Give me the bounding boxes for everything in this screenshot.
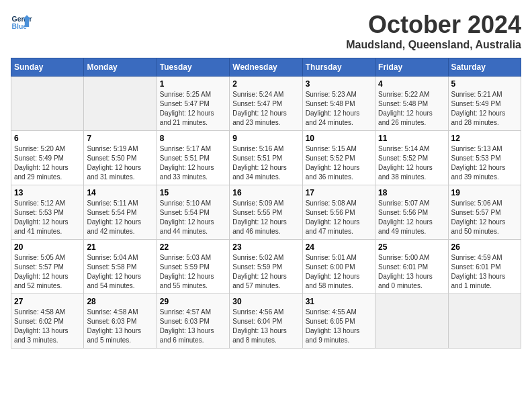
day-info: Sunrise: 5:16 AMSunset: 5:51 PMDaylight:… [232,144,299,182]
day-number: 27 [14,297,81,306]
calendar-cell: 1Sunrise: 5:25 AMSunset: 5:47 PMDaylight… [157,77,229,131]
calendar-cell: 4Sunrise: 5:22 AMSunset: 5:48 PMDaylight… [375,77,448,131]
calendar-cell [448,294,521,349]
week-row-5: 27Sunrise: 4:58 AMSunset: 6:02 PMDayligh… [11,294,521,349]
day-info: Sunrise: 5:06 AMSunset: 5:57 PMDaylight:… [451,199,518,236]
calendar-cell: 23Sunrise: 5:02 AMSunset: 5:59 PMDayligh… [230,240,302,294]
day-number: 26 [451,242,518,252]
calendar-cell: 31Sunrise: 4:55 AMSunset: 6:05 PMDayligh… [302,294,375,349]
day-number: 17 [306,188,372,197]
calendar-cell: 24Sunrise: 5:01 AMSunset: 6:00 PMDayligh… [302,240,375,294]
day-number: 24 [306,242,372,252]
day-info: Sunrise: 5:23 AMSunset: 5:48 PMDaylight:… [306,90,372,128]
day-header-tuesday: Tuesday [157,58,229,77]
day-info: Sunrise: 5:04 AMSunset: 5:58 PMDaylight:… [87,253,153,291]
day-number: 3 [306,79,372,89]
day-info: Sunrise: 5:02 AMSunset: 5:59 PMDaylight:… [232,253,299,291]
day-info: Sunrise: 5:10 AMSunset: 5:54 PMDaylight:… [160,199,226,236]
day-number: 2 [232,79,299,89]
calendar-cell: 29Sunrise: 4:57 AMSunset: 6:03 PMDayligh… [157,294,229,349]
day-number: 30 [232,297,299,306]
day-header-wednesday: Wednesday [230,58,302,77]
location-title: Maudsland, Queensland, Australia [346,39,521,51]
calendar-cell: 19Sunrise: 5:06 AMSunset: 5:57 PMDayligh… [448,185,521,240]
week-row-1: 1Sunrise: 5:25 AMSunset: 5:47 PMDaylight… [11,77,521,131]
day-info: Sunrise: 4:56 AMSunset: 6:04 PMDaylight:… [232,308,299,345]
day-number: 4 [378,79,445,89]
day-info: Sunrise: 5:17 AMSunset: 5:51 PMDaylight:… [160,144,226,182]
calendar-cell: 25Sunrise: 5:00 AMSunset: 6:01 PMDayligh… [375,240,448,294]
week-row-2: 6Sunrise: 5:20 AMSunset: 5:49 PMDaylight… [11,131,521,185]
calendar-cell: 26Sunrise: 4:59 AMSunset: 6:01 PMDayligh… [448,240,521,294]
day-number: 13 [14,188,81,197]
calendar-cell: 11Sunrise: 5:14 AMSunset: 5:52 PMDayligh… [375,131,448,185]
day-header-monday: Monday [84,58,157,77]
calendar-cell: 10Sunrise: 5:15 AMSunset: 5:52 PMDayligh… [302,131,375,185]
calendar-cell: 8Sunrise: 5:17 AMSunset: 5:51 PMDaylight… [157,131,229,185]
day-number: 1 [160,79,226,89]
calendar-cell: 14Sunrise: 5:11 AMSunset: 5:54 PMDayligh… [84,185,157,240]
day-number: 7 [87,134,153,143]
day-info: Sunrise: 4:57 AMSunset: 6:03 PMDaylight:… [160,308,226,345]
day-number: 19 [451,188,518,197]
calendar-cell: 3Sunrise: 5:23 AMSunset: 5:48 PMDaylight… [302,77,375,131]
day-number: 12 [451,134,518,143]
day-info: Sunrise: 4:59 AMSunset: 6:01 PMDaylight:… [451,253,518,291]
day-number: 29 [160,297,226,306]
day-info: Sunrise: 4:58 AMSunset: 6:02 PMDaylight:… [14,308,81,345]
calendar-cell: 7Sunrise: 5:19 AMSunset: 5:50 PMDaylight… [84,131,157,185]
calendar-cell: 15Sunrise: 5:10 AMSunset: 5:54 PMDayligh… [157,185,229,240]
day-info: Sunrise: 5:00 AMSunset: 6:01 PMDaylight:… [378,253,445,291]
day-number: 6 [14,134,81,143]
week-row-3: 13Sunrise: 5:12 AMSunset: 5:53 PMDayligh… [11,185,521,240]
day-number: 11 [378,134,445,143]
day-info: Sunrise: 5:03 AMSunset: 5:59 PMDaylight:… [160,253,226,291]
day-number: 10 [306,134,372,143]
day-info: Sunrise: 5:01 AMSunset: 6:00 PMDaylight:… [306,253,372,291]
day-number: 14 [87,188,153,197]
day-info: Sunrise: 5:07 AMSunset: 5:56 PMDaylight:… [378,199,445,236]
calendar-cell: 28Sunrise: 4:58 AMSunset: 6:03 PMDayligh… [84,294,157,349]
day-number: 15 [160,188,226,197]
calendar-cell: 21Sunrise: 5:04 AMSunset: 5:58 PMDayligh… [84,240,157,294]
day-number: 28 [87,297,153,306]
calendar-cell: 12Sunrise: 5:13 AMSunset: 5:53 PMDayligh… [448,131,521,185]
day-info: Sunrise: 5:09 AMSunset: 5:55 PMDaylight:… [232,199,299,236]
calendar-cell: 16Sunrise: 5:09 AMSunset: 5:55 PMDayligh… [230,185,302,240]
day-info: Sunrise: 5:11 AMSunset: 5:54 PMDaylight:… [87,199,153,236]
day-info: Sunrise: 5:12 AMSunset: 5:53 PMDaylight:… [14,199,81,236]
calendar-cell: 27Sunrise: 4:58 AMSunset: 6:02 PMDayligh… [11,294,84,349]
title-area: October 2024 Maudsland, Queensland, Aust… [346,11,521,51]
day-info: Sunrise: 5:25 AMSunset: 5:47 PMDaylight:… [160,90,226,128]
day-number: 5 [451,79,518,89]
logo-icon: General Blue [11,11,32,32]
header: General Blue October 2024 Maudsland, Que… [11,11,521,51]
calendar-cell: 5Sunrise: 5:21 AMSunset: 5:49 PMDaylight… [448,77,521,131]
day-number: 23 [232,242,299,252]
day-number: 20 [14,242,81,252]
day-info: Sunrise: 5:13 AMSunset: 5:53 PMDaylight:… [451,144,518,182]
header-row: SundayMondayTuesdayWednesdayThursdayFrid… [11,58,521,77]
day-number: 31 [306,297,372,306]
day-info: Sunrise: 5:14 AMSunset: 5:52 PMDaylight:… [378,144,445,182]
day-number: 18 [378,188,445,197]
calendar-cell: 18Sunrise: 5:07 AMSunset: 5:56 PMDayligh… [375,185,448,240]
day-info: Sunrise: 5:21 AMSunset: 5:49 PMDaylight:… [451,90,518,128]
logo: General Blue [11,11,32,32]
calendar-cell: 22Sunrise: 5:03 AMSunset: 5:59 PMDayligh… [157,240,229,294]
calendar-cell: 30Sunrise: 4:56 AMSunset: 6:04 PMDayligh… [230,294,302,349]
calendar-cell: 2Sunrise: 5:24 AMSunset: 5:47 PMDaylight… [230,77,302,131]
day-number: 16 [232,188,299,197]
day-number: 21 [87,242,153,252]
day-header-saturday: Saturday [448,58,521,77]
calendar-cell [84,77,157,131]
calendar-cell [11,77,84,131]
day-header-friday: Friday [375,58,448,77]
day-info: Sunrise: 5:20 AMSunset: 5:49 PMDaylight:… [14,144,81,182]
day-number: 22 [160,242,226,252]
day-info: Sunrise: 5:05 AMSunset: 5:57 PMDaylight:… [14,253,81,291]
day-header-thursday: Thursday [302,58,375,77]
day-number: 25 [378,242,445,252]
day-info: Sunrise: 5:24 AMSunset: 5:47 PMDaylight:… [232,90,299,128]
calendar-cell: 6Sunrise: 5:20 AMSunset: 5:49 PMDaylight… [11,131,84,185]
